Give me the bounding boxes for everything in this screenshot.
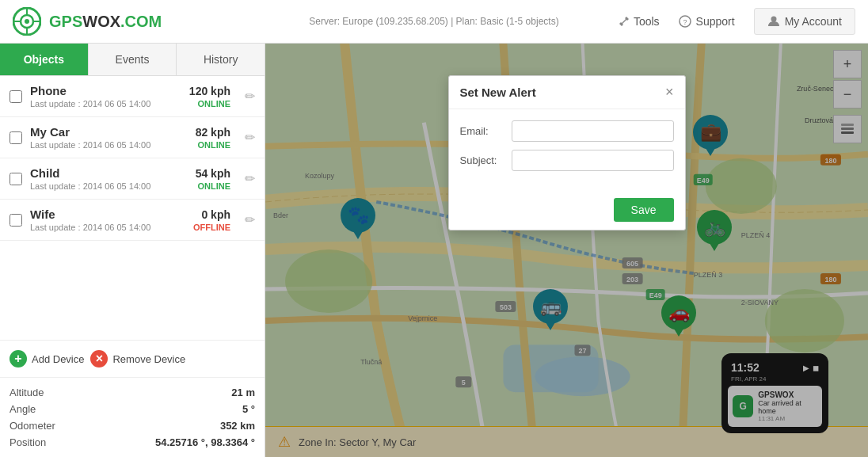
stat-angle: Angle 5 ° bbox=[10, 401, 255, 417]
device-edit-child[interactable]: ✏ bbox=[245, 171, 255, 186]
modal-header: Set New Alert × bbox=[449, 76, 685, 109]
actions: + Add Device × Remove Device bbox=[0, 340, 265, 377]
remove-device-button[interactable]: × Remove Device bbox=[90, 350, 185, 368]
email-label: Email: bbox=[460, 125, 504, 137]
support-nav[interactable]: ? Support bbox=[679, 15, 735, 28]
stat-position: Position 54.25716 °, 98.3364 ° bbox=[10, 434, 255, 451]
device-update-child: Last update : 2014 06 05 14:00 bbox=[30, 181, 188, 191]
device-name-child: Child bbox=[30, 166, 188, 180]
modal-body: Email: Subject: bbox=[449, 109, 685, 190]
tabs: Objects Events History bbox=[0, 44, 265, 76]
tab-objects[interactable]: Objects bbox=[0, 44, 89, 75]
svg-point-9 bbox=[771, 17, 776, 22]
device-name-wife: Wife bbox=[30, 208, 185, 221]
server-info: Server: Europe (109.235.68.205) | Plan: … bbox=[309, 16, 558, 27]
device-item: Wife Last update : 2014 06 05 14:00 0 kp… bbox=[0, 200, 265, 241]
device-speed-wife: 0 kph OFFLINE bbox=[193, 208, 230, 232]
stat-altitude: Altitude 21 m bbox=[10, 384, 255, 401]
tools-icon bbox=[616, 15, 629, 28]
modal-footer: Save bbox=[449, 190, 685, 230]
email-input[interactable] bbox=[512, 120, 674, 142]
device-update-mycar: Last update : 2014 06 05 14:00 bbox=[30, 140, 188, 150]
device-edit-mycar[interactable]: ✏ bbox=[245, 130, 255, 145]
svg-text:?: ? bbox=[683, 18, 687, 26]
svg-point-2 bbox=[25, 19, 29, 24]
header: GPSWOX.COM Server: Europe (109.235.68.20… bbox=[0, 0, 868, 44]
device-speed-mycar: 82 kph ONLINE bbox=[196, 126, 230, 150]
stats: Altitude 21 m Angle 5 ° Odometer 352 km … bbox=[0, 377, 265, 457]
logo-text: GPSWOX.COM bbox=[49, 13, 162, 31]
subject-row: Subject: bbox=[460, 150, 674, 171]
device-item: My Car Last update : 2014 06 05 14:00 82… bbox=[0, 117, 265, 158]
sidebar: Objects Events History Phone Last update… bbox=[0, 44, 265, 457]
device-checkbox-mycar[interactable] bbox=[10, 131, 22, 144]
subject-input[interactable] bbox=[512, 150, 674, 171]
tools-nav[interactable]: Tools bbox=[616, 15, 660, 28]
device-info-phone: Phone Last update : 2014 06 05 14:00 bbox=[30, 84, 181, 109]
tab-events[interactable]: Events bbox=[89, 44, 177, 75]
remove-icon: × bbox=[90, 350, 108, 368]
email-row: Email: bbox=[460, 120, 674, 142]
device-name-phone: Phone bbox=[30, 84, 181, 97]
map-area[interactable]: Plzeň PLZEŇ 1 PLZEŇ 4 PLZEŇ 3 2-SIOVANY … bbox=[265, 44, 868, 457]
device-update-wife: Last update : 2014 06 05 14:00 bbox=[30, 223, 185, 232]
device-edit-wife[interactable]: ✏ bbox=[245, 212, 255, 227]
my-account-nav[interactable]: My Account bbox=[754, 8, 855, 35]
nav-right: Tools ? Support My Account bbox=[616, 8, 855, 35]
add-icon: + bbox=[10, 350, 27, 368]
modal-title: Set New Alert bbox=[460, 86, 536, 99]
account-icon bbox=[767, 15, 780, 28]
subject-label: Subject: bbox=[460, 154, 504, 166]
device-info-wife: Wife Last update : 2014 06 05 14:00 bbox=[30, 208, 185, 232]
device-update-phone: Last update : 2014 06 05 14:00 bbox=[30, 99, 181, 109]
modal-overlay: Set New Alert × Email: Subject: Save bbox=[265, 44, 868, 457]
tab-history[interactable]: History bbox=[177, 44, 265, 75]
device-edit-phone[interactable]: ✏ bbox=[245, 89, 255, 104]
logo: GPSWOX.COM bbox=[13, 7, 162, 36]
alert-modal: Set New Alert × Email: Subject: Save bbox=[448, 75, 686, 230]
device-info-mycar: My Car Last update : 2014 06 05 14:00 bbox=[30, 125, 188, 150]
device-checkbox-wife[interactable] bbox=[10, 214, 22, 227]
device-name-mycar: My Car bbox=[30, 125, 188, 139]
device-speed-child: 54 kph ONLINE bbox=[196, 167, 230, 191]
main: Objects Events History Phone Last update… bbox=[0, 44, 868, 457]
logo-icon bbox=[13, 7, 41, 36]
device-item: Phone Last update : 2014 06 05 14:00 120… bbox=[0, 76, 265, 117]
stat-odometer: Odometer 352 km bbox=[10, 417, 255, 434]
add-device-button[interactable]: + Add Device bbox=[10, 350, 84, 368]
support-icon: ? bbox=[679, 15, 691, 28]
modal-close-button[interactable]: × bbox=[665, 84, 674, 101]
save-button[interactable]: Save bbox=[614, 198, 674, 222]
device-checkbox-child[interactable] bbox=[10, 173, 22, 185]
device-list: Phone Last update : 2014 06 05 14:00 120… bbox=[0, 76, 265, 340]
device-checkbox-phone[interactable] bbox=[10, 90, 22, 103]
device-item: Child Last update : 2014 06 05 14:00 54 … bbox=[0, 158, 265, 200]
device-speed-phone: 120 kph ONLINE bbox=[189, 85, 230, 109]
device-info-child: Child Last update : 2014 06 05 14:00 bbox=[30, 166, 188, 191]
